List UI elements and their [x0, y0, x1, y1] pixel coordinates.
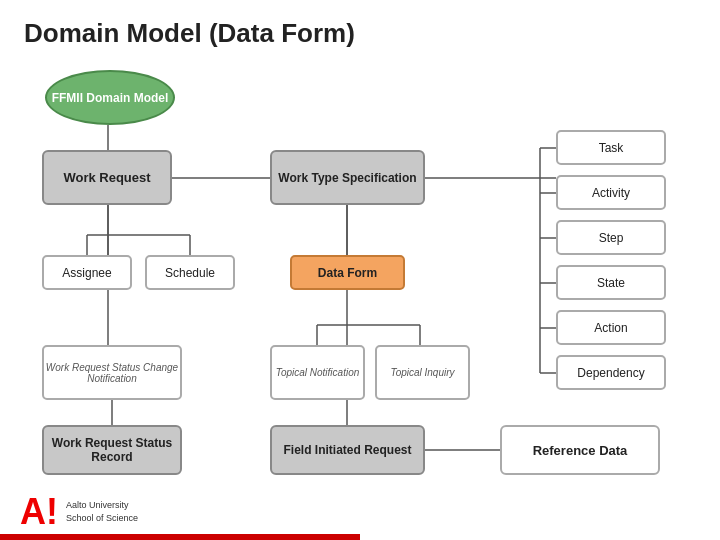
page: Domain Model (Data Form): [0, 0, 720, 540]
activity-box: Activity: [556, 175, 666, 210]
status-record-box: Work Request Status Record: [42, 425, 182, 475]
assignee-box: Assignee: [42, 255, 132, 290]
aalto-symbol: A!: [20, 494, 58, 530]
reference-data-box: Reference Data: [500, 425, 660, 475]
task-box: Task: [556, 130, 666, 165]
aalto-text: Aalto University School of Science: [66, 499, 138, 524]
work-type-spec-box: Work Type Specification: [270, 150, 425, 205]
topical-inquiry-box: Topical Inquiry: [375, 345, 470, 400]
action-box: Action: [556, 310, 666, 345]
dependency-box: Dependency: [556, 355, 666, 390]
work-request-box: Work Request: [42, 150, 172, 205]
step-box: Step: [556, 220, 666, 255]
diagram-area: FFMII Domain Model Work Request Work Typ…: [0, 60, 720, 520]
bottom-bar: [0, 534, 720, 540]
data-form-box: Data Form: [290, 255, 405, 290]
aalto-logo: A! Aalto University School of Science: [20, 494, 138, 530]
ffmii-domain-model-oval: FFMII Domain Model: [45, 70, 175, 125]
page-title: Domain Model (Data Form): [0, 0, 720, 59]
schedule-box: Schedule: [145, 255, 235, 290]
state-box: State: [556, 265, 666, 300]
field-initiated-request-box: Field Initiated Request: [270, 425, 425, 475]
status-change-box: Work Request Status Change Notification: [42, 345, 182, 400]
topical-notification-box: Topical Notification: [270, 345, 365, 400]
